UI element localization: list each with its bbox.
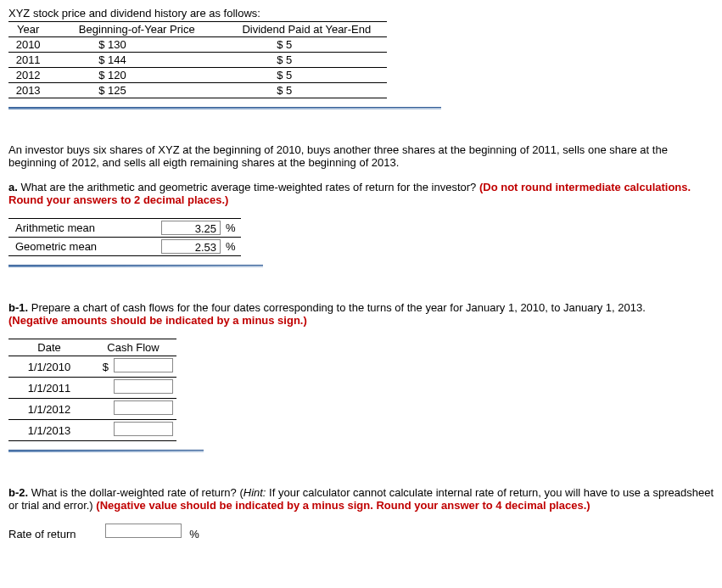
cell-price: $ 125: [48, 83, 226, 98]
cell-date: 1/1/2011: [8, 378, 90, 399]
question-a: a. What are the arithmetic and geometric…: [8, 181, 714, 206]
col-price: Beginning-of-Year Price: [48, 22, 226, 37]
question-b1-hint: (Negative amounts should be indicated by…: [8, 314, 307, 327]
table-row: 2012 $ 120 $ 5: [8, 68, 387, 83]
table-row: 1/1/2013: [8, 420, 176, 441]
arithmetic-input[interactable]: 3.25: [161, 221, 221, 235]
col-dividend: Dividend Paid at Year-End: [226, 22, 387, 37]
question-b2-text-a: What is the dollar-weighted rate of retu…: [28, 486, 243, 499]
table-row: 2013 $ 125 $ 5: [8, 83, 387, 98]
cell-price: $ 144: [48, 53, 226, 68]
cell-date: 1/1/2010: [8, 356, 90, 378]
cell-dividend: $ 5: [226, 37, 387, 53]
cashflow-input[interactable]: [114, 358, 173, 372]
table-row: 2010 $ 130 $ 5: [8, 37, 387, 53]
cashflow-input[interactable]: [114, 379, 173, 394]
rate-of-return-input[interactable]: [105, 524, 182, 538]
cell-year: 2013: [8, 83, 48, 98]
means-table: Arithmetic mean 3.25 % Geometric mean 2.…: [8, 218, 241, 256]
geometric-row: Geometric mean 2.53 %: [8, 238, 241, 256]
question-b2-red: (Negative value should be indicated by a…: [96, 499, 590, 512]
question-b1-prefix: b-1.: [8, 301, 28, 314]
col-cashflow: Cash Flow: [90, 339, 176, 356]
rate-of-return-label: Rate of return: [8, 528, 102, 540]
cell-price: $ 130: [48, 37, 226, 53]
cell-year: 2012: [8, 68, 48, 83]
unit-percent: %: [224, 219, 241, 238]
question-b1: b-1. Prepare a chart of cash flows for t…: [8, 301, 714, 327]
rate-of-return-row: Rate of return %: [8, 524, 714, 540]
cell-price: $ 120: [48, 68, 226, 83]
table-row: 2011 $ 144 $ 5: [8, 53, 387, 68]
table-row: 1/1/2012: [8, 399, 176, 420]
cell-dividend: $ 5: [226, 53, 387, 68]
question-a-prefix: a.: [8, 181, 18, 193]
hint-prefix: Hint:: [243, 486, 266, 499]
divider: [8, 265, 263, 267]
cell-date: 1/1/2012: [8, 399, 90, 420]
question-b2-prefix: b-2.: [8, 486, 28, 499]
cashflow-table: Date Cash Flow 1/1/2010 $ 1/1/2011 1/1/2…: [8, 339, 176, 441]
currency-symbol: $: [90, 356, 110, 378]
question-a-text: What are the arithmetic and geometric av…: [18, 181, 479, 193]
question-b1-text: Prepare a chart of cash flows for the fo…: [28, 301, 646, 314]
arithmetic-row: Arithmetic mean 3.25 %: [8, 219, 241, 238]
question-b2: b-2. What is the dollar-weighted rate of…: [8, 486, 714, 512]
geometric-label: Geometric mean: [8, 238, 158, 256]
cell-dividend: $ 5: [226, 83, 387, 98]
cell-year: 2010: [8, 37, 48, 53]
geometric-input[interactable]: 2.53: [161, 239, 221, 254]
divider: [8, 450, 204, 452]
scenario-text: An investor buys six shares of XYZ at th…: [8, 143, 714, 169]
table-row: 1/1/2010 $: [8, 356, 176, 378]
cashflow-input[interactable]: [114, 422, 173, 436]
cell-year: 2011: [8, 53, 48, 68]
unit-percent: %: [224, 238, 241, 256]
intro-text: XYZ stock price and dividend history are…: [8, 7, 714, 20]
col-year: Year: [8, 22, 48, 37]
cashflow-input[interactable]: [114, 400, 173, 415]
cell-date: 1/1/2013: [8, 420, 90, 441]
unit-percent: %: [189, 528, 199, 540]
cell-dividend: $ 5: [226, 68, 387, 83]
arithmetic-label: Arithmetic mean: [8, 219, 158, 238]
divider: [8, 107, 441, 109]
col-date: Date: [8, 339, 90, 356]
price-history-table: Year Beginning-of-Year Price Dividend Pa…: [8, 21, 387, 98]
table-row: 1/1/2011: [8, 378, 176, 399]
